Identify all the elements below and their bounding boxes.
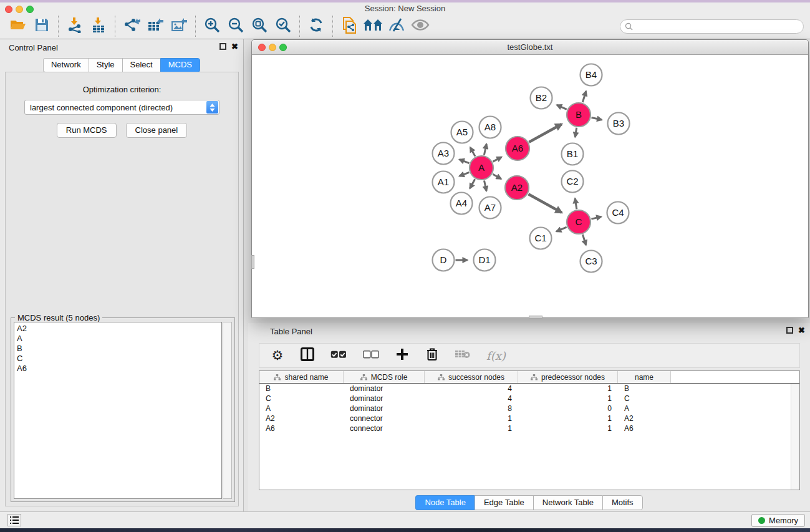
node-A[interactable]: A [470, 156, 493, 180]
deselect-all-checkboxes-button[interactable] [363, 348, 379, 363]
tab-style[interactable]: Style [89, 58, 122, 72]
cell-predecessor-nodes[interactable]: 1 [518, 414, 618, 423]
tab-network-table[interactable]: Network Table [533, 495, 602, 510]
node-D[interactable]: D [433, 249, 455, 271]
search-box[interactable] [620, 19, 804, 34]
node-C1[interactable]: C1 [530, 228, 552, 249]
mcds-result-list[interactable]: A2ABCA6 [14, 322, 222, 499]
node-A4[interactable]: A4 [451, 193, 473, 215]
node-B[interactable]: B [567, 103, 591, 127]
network-graph[interactable]: B4 B2 B B3 A8 A5 A6 A3 B1 A C2 A1 A2 A4 … [253, 55, 808, 317]
search-input[interactable] [635, 22, 803, 32]
criterion-select[interactable]: largest connected component (directed) [24, 100, 219, 115]
split-columns-button[interactable] [301, 348, 314, 363]
edge-A2-C[interactable] [528, 194, 562, 213]
edge-C-C1[interactable] [556, 227, 566, 231]
column-header-predecessor-nodes[interactable]: predecessor nodes [518, 371, 618, 383]
cell-shared-name[interactable]: A [259, 404, 344, 414]
table-row[interactable]: Cdominator41C [259, 394, 799, 404]
cell-name[interactable]: A2 [618, 414, 671, 423]
edge-A-A8[interactable] [484, 144, 486, 155]
column-header-MCDS-role[interactable]: MCDS role [344, 371, 425, 383]
task-history-button[interactable] [7, 514, 21, 526]
hide-graphics-details-button[interactable] [385, 15, 408, 37]
edge-C-C2[interactable] [575, 198, 577, 209]
column-header-name[interactable]: name [618, 371, 671, 383]
edge-A-A4[interactable] [470, 179, 475, 188]
node-A5[interactable]: A5 [451, 122, 473, 143]
node-C4[interactable]: C4 [607, 202, 629, 224]
delete-column-trash-button[interactable] [425, 348, 439, 363]
column-header-shared-name[interactable]: shared name [259, 371, 344, 383]
window-resize-handle-bottom[interactable] [529, 316, 542, 319]
close-table-panel-icon[interactable]: ✖ [798, 327, 805, 334]
export-table-button[interactable] [143, 15, 167, 37]
cell-shared-name[interactable]: B [259, 384, 344, 394]
cell-MCDS-role[interactable]: connector [344, 414, 425, 423]
cell-name[interactable]: C [618, 394, 671, 404]
table-row[interactable]: Bdominator41B [259, 384, 799, 394]
table-row[interactable]: Adominator80A [259, 404, 799, 414]
cell-name[interactable]: B [618, 384, 671, 394]
edge-C-C4[interactable] [591, 216, 601, 219]
window-resize-handle-left[interactable] [251, 255, 254, 269]
node-B2[interactable]: B2 [531, 87, 552, 109]
tab-edge-table[interactable]: Edge Table [475, 495, 533, 510]
refresh-view-button[interactable] [304, 15, 328, 37]
edge-B-B3[interactable] [592, 118, 602, 120]
node-A2[interactable]: A2 [505, 176, 529, 200]
cell-successor-nodes[interactable]: 4 [425, 394, 518, 404]
edge-A-A1[interactable] [460, 172, 470, 176]
show-graphics-details-button[interactable] [408, 15, 432, 37]
add-column-button[interactable] [395, 348, 409, 363]
zoom-fit-content-button[interactable] [248, 15, 271, 37]
edge-A-A2[interactable] [493, 174, 501, 179]
node-A6[interactable]: A6 [506, 137, 529, 160]
cell-MCDS-role[interactable]: dominator [344, 394, 425, 404]
edge-B-B1[interactable] [575, 128, 576, 137]
result-scrollbar[interactable] [223, 322, 232, 499]
cell-MCDS-role[interactable]: dominator [344, 404, 425, 414]
edge-C-C3[interactable] [582, 235, 586, 245]
tab-node-table[interactable]: Node Table [415, 495, 475, 510]
import-table-button[interactable] [87, 15, 110, 37]
tab-select[interactable]: Select [122, 58, 160, 72]
edge-A-A7[interactable] [485, 181, 487, 191]
duplicate-network-button[interactable] [337, 15, 361, 37]
network-window-titlebar[interactable]: testGlobe.txt [252, 40, 808, 55]
table-row[interactable]: A6connector11A6 [259, 423, 799, 433]
cell-MCDS-role[interactable]: connector [344, 423, 425, 433]
mcds-result-item[interactable]: A2 [17, 324, 221, 334]
close-panel-icon[interactable]: ✖ [231, 43, 238, 50]
export-network-button[interactable] [120, 15, 143, 37]
column-header-successor-nodes[interactable]: successor nodes [425, 371, 518, 383]
cell-shared-name[interactable]: A6 [259, 423, 344, 433]
cell-MCDS-role[interactable]: dominator [344, 384, 425, 394]
zoom-selected-button[interactable] [271, 15, 295, 37]
edge-B-B2[interactable] [557, 105, 567, 109]
import-network-button[interactable] [63, 15, 87, 37]
mcds-result-item[interactable]: C [17, 354, 221, 364]
table-row[interactable]: A2connector11A2 [259, 414, 799, 423]
edge-B-B4[interactable] [582, 91, 586, 102]
cell-predecessor-nodes[interactable]: 1 [518, 423, 618, 433]
save-session-button[interactable] [30, 15, 54, 37]
cell-successor-nodes[interactable]: 8 [425, 404, 518, 414]
node-C2[interactable]: C2 [562, 171, 584, 193]
cell-successor-nodes[interactable]: 1 [425, 423, 518, 433]
edge-A-A6[interactable] [493, 157, 502, 162]
table-settings-gear-button[interactable]: ⚙ [271, 348, 284, 363]
edge-A6-B[interactable] [529, 124, 561, 142]
cell-name[interactable]: A6 [618, 423, 671, 433]
edge-A-A3[interactable] [460, 160, 470, 163]
float-table-panel-icon[interactable] [786, 327, 793, 334]
node-A3[interactable]: A3 [433, 143, 455, 165]
node-C3[interactable]: C3 [581, 251, 602, 273]
edge-A-A5[interactable] [470, 147, 475, 156]
node-A1[interactable]: A1 [433, 172, 455, 193]
node-C[interactable]: C [567, 210, 591, 234]
home-view-button[interactable] [361, 15, 385, 37]
memory-button[interactable]: Memory [751, 514, 805, 527]
cell-predecessor-nodes[interactable]: 0 [518, 404, 618, 414]
node-D1[interactable]: D1 [474, 249, 496, 271]
